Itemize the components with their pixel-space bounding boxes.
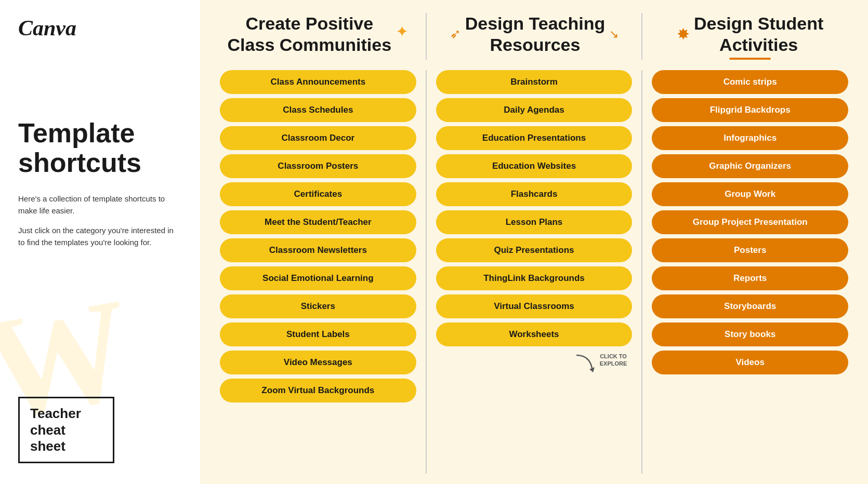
btn-group-project[interactable]: Group Project Presentation	[652, 210, 848, 234]
btn-certificates[interactable]: Certificates	[220, 182, 416, 206]
sidebar: Canva W Template shortcuts Here's a coll…	[0, 0, 200, 484]
btn-virtual-classrooms[interactable]: Virtual Classrooms	[436, 294, 633, 318]
col3-header: ✸ Design StudentActivities	[642, 13, 858, 60]
btn-classroom-newsletters[interactable]: Classroom Newsletters	[220, 238, 416, 262]
btn-group-work[interactable]: Group Work	[652, 182, 848, 206]
columns-body: Class Announcements Class Schedules Clas…	[211, 70, 858, 474]
btn-social-emotional[interactable]: Social Emotional Learning	[220, 266, 416, 290]
click-explore-label: CLICK TOEXPLORE	[600, 353, 627, 368]
main-content: Create PositiveClass Communities ✦ ➶ Des…	[200, 0, 868, 484]
btn-brainstorm[interactable]: Brainstorm	[436, 70, 633, 94]
btn-comic-strips[interactable]: Comic strips	[652, 70, 848, 94]
btn-graphic-organizers[interactable]: Graphic Organizers	[652, 154, 848, 178]
cheat-sheet-label: Teachercheat sheet	[30, 406, 102, 454]
btn-reports[interactable]: Reports	[652, 266, 848, 290]
btn-education-websites[interactable]: Education Websites	[436, 154, 633, 178]
btn-video-messages[interactable]: Video Messages	[220, 351, 416, 374]
col1-header: Create PositiveClass Communities ✦	[211, 13, 427, 60]
description-1: Here's a collection of template shortcut…	[18, 193, 182, 217]
arrow-curved-icon	[574, 353, 600, 373]
column-3: Comic strips Flipgrid Backdrops Infograp…	[642, 70, 858, 474]
btn-classroom-posters[interactable]: Classroom Posters	[220, 154, 416, 178]
btn-education-presentations[interactable]: Education Presentations	[436, 126, 633, 150]
btn-stickers[interactable]: Stickers	[220, 294, 416, 318]
btn-quiz-presentations[interactable]: Quiz Presentations	[436, 238, 633, 262]
btn-daily-agendas[interactable]: Daily Agendas	[436, 98, 633, 122]
btn-class-schedules[interactable]: Class Schedules	[220, 98, 416, 122]
column-2: Brainstorm Daily Agendas Education Prese…	[427, 70, 643, 474]
btn-story-books[interactable]: Story books	[652, 322, 848, 346]
btn-student-labels[interactable]: Student Labels	[220, 322, 416, 346]
btn-thinglink[interactable]: ThingLink Backgrounds	[436, 266, 633, 290]
arrow-icon-2: ↘	[609, 28, 619, 41]
btn-posters[interactable]: Posters	[652, 238, 848, 262]
columns-header: Create PositiveClass Communities ✦ ➶ Des…	[211, 13, 858, 60]
btn-infographics[interactable]: Infographics	[652, 126, 848, 150]
btn-zoom-virtual[interactable]: Zoom Virtual Backgrounds	[220, 379, 416, 402]
col2-header: ➶ Design TeachingResources ↘	[427, 13, 643, 60]
arrow-icon-1: ➶	[450, 26, 461, 42]
btn-meet-student-teacher[interactable]: Meet the Student/Teacher	[220, 210, 416, 234]
btn-classroom-decor[interactable]: Classroom Decor	[220, 126, 416, 150]
page-title: Template shortcuts	[18, 118, 182, 178]
btn-worksheets[interactable]: Worksheets	[436, 322, 633, 346]
sparkle-icon-1: ✦	[396, 22, 409, 41]
btn-lesson-plans[interactable]: Lesson Plans	[436, 210, 633, 234]
btn-class-announcements[interactable]: Class Announcements	[220, 70, 416, 94]
description-2: Just click on the category you're intere…	[18, 225, 182, 248]
click-explore-area: CLICK TOEXPLORE	[436, 353, 633, 373]
col1-title: Create PositiveClass Communities	[228, 13, 392, 56]
col2-title: Design TeachingResources	[465, 13, 606, 56]
btn-flipgrid[interactable]: Flipgrid Backdrops	[652, 98, 848, 122]
sun-icon: ✸	[677, 25, 690, 43]
col3-underline	[729, 58, 771, 60]
canva-logo: Canva	[18, 16, 182, 41]
btn-flashcards[interactable]: Flashcards	[436, 182, 633, 206]
btn-videos[interactable]: Videos	[652, 351, 848, 374]
column-1: Class Announcements Class Schedules Clas…	[211, 70, 427, 474]
cheat-sheet-box: Teachercheat sheet	[18, 397, 114, 463]
col3-title: Design StudentActivities	[694, 13, 823, 56]
btn-storyboards[interactable]: Storyboards	[652, 294, 848, 318]
